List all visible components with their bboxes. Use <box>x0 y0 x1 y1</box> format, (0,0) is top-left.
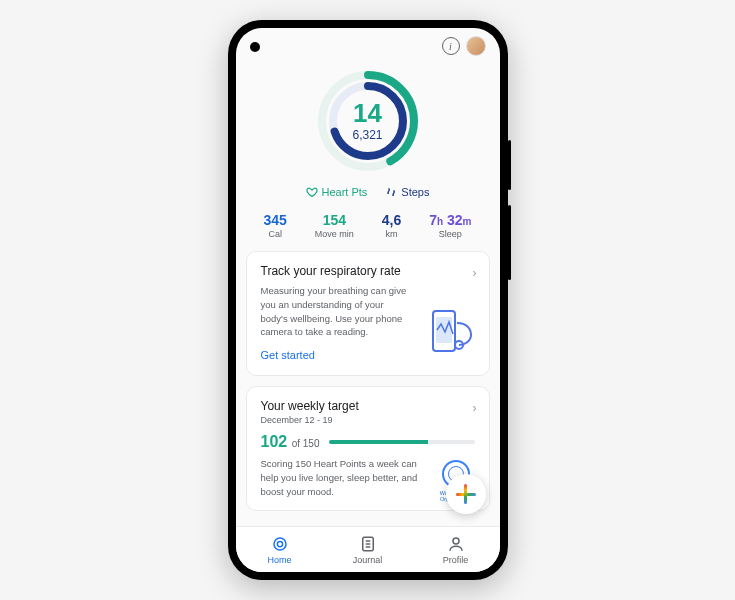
card-body: Scoring 150 Heart Points a week can help… <box>261 457 421 498</box>
chevron-right-icon: › <box>473 266 477 280</box>
activity-ring[interactable]: 14 6,321 <box>313 66 423 176</box>
stat-cal[interactable]: 345 Cal <box>263 212 286 239</box>
card-title: Your weekly target <box>261 399 475 413</box>
card-respiratory[interactable]: › Track your respiratory rate Measuring … <box>246 251 490 376</box>
phone-stethoscope-icon <box>417 303 477 363</box>
info-icon[interactable]: i <box>442 37 460 55</box>
power-button <box>508 140 511 190</box>
steps-value: 6,321 <box>352 128 382 142</box>
progress-value: 102 <box>261 433 288 450</box>
progress-row: 102 of 150 <box>261 433 475 451</box>
legend-steps[interactable]: Steps <box>385 186 429 198</box>
stat-sleep[interactable]: 7h 32m Sleep <box>429 212 471 239</box>
svg-point-7 <box>274 538 286 550</box>
home-icon <box>271 535 289 553</box>
profile-icon <box>447 535 465 553</box>
svg-point-13 <box>453 538 459 544</box>
card-date: December 12 - 19 <box>261 415 475 425</box>
screen: i 14 6,321 <box>236 28 500 572</box>
progress-bar <box>329 440 474 444</box>
heart-points-value: 14 <box>353 100 382 126</box>
volume-button <box>508 205 511 280</box>
phone-frame: i 14 6,321 <box>228 20 508 580</box>
chevron-right-icon: › <box>473 401 477 415</box>
journal-icon <box>359 535 377 553</box>
stat-move-min[interactable]: 154 Move min <box>315 212 354 239</box>
stats-row: 345 Cal 154 Move min 4,6 km 7h 32m Sleep <box>250 212 486 239</box>
steps-icon <box>385 186 397 198</box>
card-title: Track your respiratory rate <box>261 264 475 278</box>
nav-journal[interactable]: Journal <box>324 527 412 572</box>
stat-km[interactable]: 4,6 km <box>382 212 401 239</box>
activity-ring-section: 14 6,321 Heart Pts Steps <box>246 64 490 198</box>
front-camera <box>250 42 260 52</box>
get-started-link[interactable]: Get started <box>261 349 315 361</box>
progress-of: of 150 <box>292 438 320 449</box>
avatar[interactable] <box>466 36 486 56</box>
svg-point-8 <box>277 541 282 546</box>
nav-profile[interactable]: Profile <box>412 527 500 572</box>
heart-icon <box>306 186 318 198</box>
plus-icon <box>456 484 476 504</box>
bottom-nav: Home Journal Profile <box>236 526 500 572</box>
nav-home[interactable]: Home <box>236 527 324 572</box>
card-body: Measuring your breathing can give you an… <box>261 284 411 339</box>
legend-heart-pts[interactable]: Heart Pts <box>306 186 368 198</box>
top-bar: i <box>236 28 500 64</box>
ring-legend: Heart Pts Steps <box>306 186 430 198</box>
add-fab[interactable] <box>446 474 486 514</box>
